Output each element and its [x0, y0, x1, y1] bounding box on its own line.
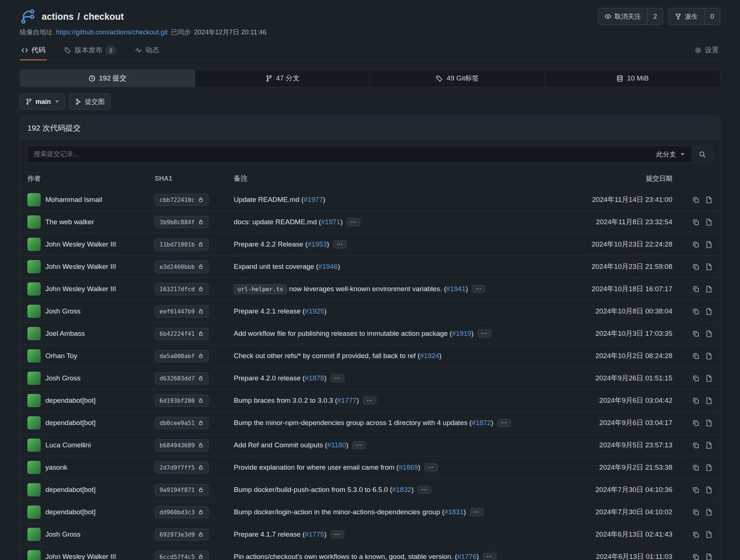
commit-graph-button[interactable]: 提交图 [69, 94, 110, 110]
repo-owner-link[interactable]: actions [42, 11, 74, 22]
pr-link[interactable]: #1777 [337, 396, 357, 405]
browse-source-button[interactable] [705, 196, 713, 204]
browse-source-button[interactable] [705, 397, 713, 405]
commit-author-name[interactable]: dependabot[bot] [45, 396, 95, 405]
browse-source-button[interactable] [705, 419, 713, 427]
branch-filter-select[interactable]: 此分支 [649, 146, 692, 162]
pr-link[interactable]: #1919 [452, 330, 472, 338]
commit-author-name[interactable]: The web walker [45, 218, 94, 226]
branch-selector[interactable]: main [20, 94, 65, 110]
pr-link[interactable]: #1946 [318, 263, 338, 271]
copy-sha-button[interactable] [692, 285, 700, 293]
commit-sha-badge[interactable]: 6b42224f41 [155, 328, 209, 340]
pr-link[interactable]: #1869 [399, 463, 418, 471]
browse-source-button[interactable] [705, 508, 713, 516]
tab-activity[interactable]: 动态 [134, 41, 161, 60]
avatar[interactable] [27, 238, 41, 251]
browse-source-button[interactable] [705, 263, 713, 271]
avatar[interactable] [27, 282, 41, 296]
copy-sha-button[interactable] [692, 330, 700, 338]
browse-source-button[interactable] [705, 218, 713, 226]
avatar[interactable] [27, 483, 41, 496]
browse-source-button[interactable] [705, 531, 713, 538]
expand-message-button[interactable]: ··· [424, 463, 438, 472]
avatar[interactable] [27, 528, 41, 541]
browse-source-button[interactable] [705, 352, 713, 360]
commit-author-name[interactable]: dependabot[bot] [45, 419, 95, 427]
commit-sha-badge[interactable]: de5a000abf [155, 350, 209, 362]
commit-author-name[interactable]: Joel Ambass [45, 330, 85, 338]
copy-sha-button[interactable] [692, 308, 700, 315]
avatar[interactable] [27, 461, 41, 474]
copy-sha-button[interactable] [692, 241, 700, 248]
avatar[interactable] [27, 260, 41, 273]
commit-sha-badge[interactable]: 9a9194f871 [155, 484, 209, 496]
browse-source-button[interactable] [705, 486, 713, 494]
commit-sha-badge[interactable]: 11bd71901b [155, 238, 209, 251]
browse-source-button[interactable] [705, 464, 713, 471]
pr-link[interactable]: #1832 [392, 486, 412, 494]
avatar[interactable] [27, 305, 41, 318]
commit-sha-badge[interactable]: d632683dd7 [155, 372, 209, 384]
avatar[interactable] [27, 349, 41, 362]
copy-sha-button[interactable] [692, 531, 700, 538]
browse-source-button[interactable] [705, 441, 713, 449]
pr-link[interactable]: #1941 [446, 285, 466, 293]
copy-sha-button[interactable] [692, 508, 700, 516]
avatar[interactable] [27, 505, 41, 519]
pr-link[interactable]: #1831 [444, 508, 464, 516]
copy-sha-button[interactable] [692, 218, 700, 226]
repo-name-link[interactable]: checkout [83, 11, 124, 22]
tab-releases[interactable]: 版本发布 2 [63, 41, 117, 60]
copy-sha-button[interactable] [692, 553, 700, 560]
fork-button[interactable]: 派生 [669, 8, 704, 25]
expand-message-button[interactable]: ··· [347, 218, 360, 226]
browse-source-button[interactable] [705, 241, 713, 248]
copy-sha-button[interactable] [692, 397, 700, 405]
copy-sha-button[interactable] [692, 464, 700, 471]
commit-sha-badge[interactable]: db0cee9a51 [155, 417, 209, 429]
pr-link[interactable]: #1977 [304, 196, 323, 204]
tab-settings[interactable]: 设置 [693, 41, 720, 60]
tab-code[interactable]: 代码 [20, 41, 47, 60]
commit-author-name[interactable]: John Wesley Walker III [45, 240, 116, 248]
pr-link[interactable]: #1924 [420, 352, 439, 360]
commit-author-name[interactable]: John Wesley Walker III [45, 263, 116, 271]
browse-source-button[interactable] [705, 308, 713, 315]
commit-sha-badge[interactable]: 3b9b8c884f [155, 216, 209, 228]
pr-link[interactable]: #1925 [305, 307, 324, 315]
browse-source-button[interactable] [705, 553, 713, 560]
avatar[interactable] [27, 439, 41, 452]
commit-author-name[interactable]: Josh Gross [45, 374, 80, 382]
stat-commits[interactable]: 192 提交 [20, 70, 195, 87]
commit-author-name[interactable]: yasonk [45, 463, 67, 471]
avatar[interactable] [27, 327, 41, 340]
commit-search-input[interactable] [28, 146, 649, 162]
copy-sha-button[interactable] [692, 196, 700, 204]
expand-message-button[interactable]: ··· [497, 419, 511, 427]
commit-author-name[interactable]: John Wesley Walker III [45, 553, 116, 560]
expand-message-button[interactable]: ··· [331, 530, 344, 539]
commit-author-name[interactable]: Mohammad Ismail [45, 196, 102, 204]
stat-tags[interactable]: 49 Git标签 [370, 70, 545, 87]
commit-author-name[interactable]: Orhan Toy [45, 352, 77, 360]
commit-sha-badge[interactable]: 6d193bf280 [155, 395, 209, 407]
commit-sha-badge[interactable]: e3d2460bbb [155, 261, 209, 273]
avatar[interactable] [27, 416, 41, 429]
expand-message-button[interactable]: ··· [470, 508, 484, 516]
mirror-url-link[interactable]: https://github.com/actions/checkout.git [56, 29, 168, 36]
commit-sha-badge[interactable]: dd960bd3c3 [155, 506, 209, 518]
stat-branches[interactable]: 47 分支 [195, 70, 371, 87]
expand-message-button[interactable]: ··· [333, 240, 347, 249]
pr-link[interactable]: #1776 [457, 553, 477, 560]
fork-count[interactable]: 0 [704, 8, 720, 25]
stat-size[interactable]: 10 MiB [545, 70, 720, 87]
browse-source-button[interactable] [705, 375, 713, 382]
commit-author-name[interactable]: Josh Gross [45, 530, 80, 538]
commit-author-name[interactable]: Josh Gross [45, 307, 80, 315]
commit-author-name[interactable]: Luca Comellini [45, 441, 91, 449]
expand-message-button[interactable]: ··· [478, 330, 491, 338]
copy-sha-button[interactable] [692, 375, 700, 382]
avatar[interactable] [27, 372, 41, 385]
pr-link[interactable]: #1878 [305, 374, 324, 382]
